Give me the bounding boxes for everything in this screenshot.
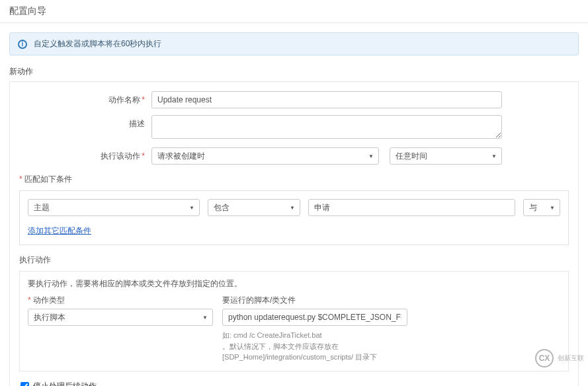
info-icon: i — [18, 40, 27, 49]
add-criteria-link[interactable]: 添加其它匹配条件 — [28, 225, 91, 237]
label-action-type: 动作类型 — [28, 295, 213, 306]
description-textarea[interactable] — [151, 115, 502, 139]
label-script-file: 要运行的脚本/类文件 — [222, 295, 407, 306]
page-title: 配置向导 — [0, 0, 588, 23]
info-banner: i 自定义触发器或脚本将在60秒内执行 — [9, 32, 579, 56]
stop-processing-label: 停止处理后续动作 — [33, 381, 97, 387]
action-type-select[interactable]: 执行脚本 — [28, 309, 213, 326]
section-new-action: 新动作 — [9, 66, 579, 77]
criteria-logic-select[interactable]: 与 — [523, 199, 560, 216]
criteria-title: 匹配如下条件 — [19, 174, 569, 185]
exec-desc: 要执行动作，需要将相应的脚本或类文件存放到指定的位置。 — [28, 278, 560, 290]
criteria-box: 主题 ▼ 包含 ▼ 与 ▼ — [19, 190, 569, 245]
logo-icon: CX — [535, 349, 554, 367]
execute-time-select[interactable]: 任意时间 — [390, 147, 502, 165]
execute-when-select[interactable]: 请求被创建时 — [151, 147, 379, 165]
stop-processing-checkbox[interactable] — [21, 382, 29, 387]
exec-action-title: 执行动作 — [19, 254, 569, 266]
label-action-name: 动作名称 — [19, 91, 151, 106]
criteria-operator-select[interactable]: 包含 — [208, 199, 300, 216]
watermark: CX 创新互联 — [535, 349, 584, 367]
label-execute-action: 执行该动作 — [19, 147, 151, 162]
script-file-input[interactable] — [222, 309, 407, 326]
label-description: 描述 — [19, 115, 151, 130]
action-name-input[interactable] — [151, 91, 502, 108]
info-text: 自定义触发器或脚本将在60秒内执行 — [34, 38, 161, 50]
criteria-field-select[interactable]: 主题 — [28, 199, 200, 216]
exec-action-panel: 要执行动作，需要将相应的脚本或类文件存放到指定的位置。 动作类型 执行脚本 ▼ … — [19, 271, 569, 371]
script-hint: 如: cmd /c CreateJiraTicket.bat 。默认情况下，脚本… — [222, 330, 407, 363]
watermark-text: 创新互联 — [558, 355, 584, 362]
criteria-value-input[interactable] — [308, 199, 515, 216]
form-panel: 动作名称 描述 执行该动作 请求被创建时 ▼ — [9, 81, 579, 386]
